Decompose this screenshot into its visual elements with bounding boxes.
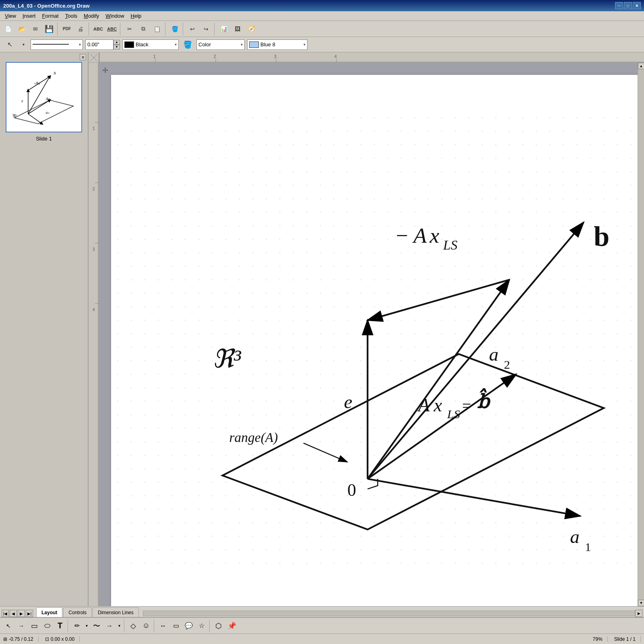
print-button[interactable]: 🖨 (74, 23, 87, 35)
menu-view[interactable]: View (2, 12, 19, 20)
select-tool-button[interactable]: ↖ (2, 620, 14, 632)
color-mode-select[interactable]: Color ▾ (196, 39, 245, 50)
tab-dimension-lines[interactable]: Dimension Lines (93, 607, 139, 617)
ellipse-tool-button[interactable]: ⬭ (41, 620, 53, 632)
toolbar-sep-1 (57, 23, 59, 35)
tab-last-button[interactable]: ▶| (26, 610, 33, 617)
tab-next-button[interactable]: ▶ (18, 610, 25, 617)
copy-button[interactable]: ⧉ (137, 23, 150, 35)
points-button[interactable]: ⬡ (213, 620, 225, 632)
paint-bucket-button[interactable]: 🪣 (168, 23, 181, 35)
curve-tool-button[interactable]: 〜 (91, 620, 103, 632)
arrow-mode-dropdown[interactable]: ▾ (19, 38, 28, 51)
color2-swatch (249, 41, 259, 48)
paste-button[interactable]: 📋 (151, 23, 163, 35)
diamond-tool-button[interactable]: ◇ (127, 620, 139, 632)
color2-label: Blue 8 (260, 41, 275, 47)
pdf-export-button[interactable]: PDF (60, 23, 73, 35)
email-button[interactable]: ✉ (29, 23, 42, 35)
gallery-button[interactable]: 🖼 (231, 23, 244, 35)
line-width-spinner[interactable]: ▲ ▼ (114, 40, 120, 50)
menu-modify[interactable]: Modify (80, 12, 102, 20)
slide-thumbnail[interactable]: -Ax b Ax e a₁ ℜ³ (6, 62, 82, 132)
ruler-area: 1 2 3 4 (89, 52, 644, 606)
menu-format[interactable]: Format (39, 12, 62, 20)
redo-button[interactable]: ↪ (200, 23, 213, 35)
line-color-label: Black (136, 41, 149, 47)
color2-select[interactable]: Blue 8 ▾ (247, 39, 308, 50)
svg-rect-1 (6, 63, 81, 132)
svg-text:x: x (433, 394, 442, 415)
arrow-tool-button[interactable]: → (15, 620, 27, 632)
maximize-button[interactable]: □ (624, 2, 632, 9)
tab-navigation: |◀ ◀ ▶ ▶| (2, 610, 33, 617)
svg-text:2: 2 (504, 358, 510, 372)
star-button[interactable]: ☆ (196, 620, 208, 632)
open-doc-button[interactable]: 📂 (15, 23, 28, 35)
menu-help[interactable]: Help (128, 12, 145, 20)
spin-down[interactable]: ▼ (114, 45, 120, 50)
ruler-corner (89, 52, 99, 63)
cut-button[interactable]: ✂ (123, 23, 136, 35)
scroll-track-v[interactable] (638, 69, 644, 600)
chart-button[interactable]: 📊 (217, 23, 230, 35)
menu-window[interactable]: Window (102, 12, 127, 20)
undo-button[interactable]: ↩ (186, 23, 199, 35)
arrow-cursor-button[interactable]: ↖ (3, 38, 16, 51)
svg-text:a: a (489, 344, 498, 365)
position-status: ⊞ -0.75 / 0.12 (3, 636, 39, 642)
minimize-button[interactable]: ─ (615, 2, 623, 9)
navigator-button[interactable]: 🧭 (245, 23, 258, 35)
save-doc-button[interactable]: 💾 (43, 23, 56, 35)
tab-controls[interactable]: Controls (63, 607, 92, 617)
right-scrollbar[interactable]: ▲ ▼ (638, 63, 644, 606)
main-toolbar: 📄 📂 ✉ 💾 PDF 🖨 ABC ABC ✂ ⧉ 📋 🪣 ↩ ↪ 📊 🖼 🧭 (0, 21, 644, 37)
horizontal-scrollbar[interactable] (143, 611, 635, 616)
scroll-down-button[interactable]: ▼ (638, 600, 644, 606)
horizontal-ruler: 1 2 3 4 (99, 52, 644, 63)
rectangle-tool-button[interactable]: ▭ (28, 620, 40, 632)
vertical-ruler: 1 2 3 4 (89, 63, 99, 606)
app-title: 200a_L4_03 - OpenOffice.org Draw (3, 3, 90, 9)
content-wrapper: ✕ -Ax b Ax (0, 52, 644, 644)
line-color-select[interactable]: Black ▾ (122, 39, 179, 50)
svg-text:e: e (344, 391, 353, 412)
tab-first-button[interactable]: |◀ (2, 610, 9, 617)
pencil-dropdown[interactable]: ▾ (84, 620, 90, 632)
tab-prev-button[interactable]: ◀ (10, 610, 17, 617)
svg-text:b̂: b̂ (477, 388, 491, 412)
new-doc-button[interactable]: 📄 (2, 23, 14, 35)
spin-up[interactable]: ▲ (114, 40, 120, 45)
svg-text:-Ax: -Ax (34, 80, 40, 85)
smiley-tool-button[interactable]: ☺ (140, 620, 152, 632)
spellcheck2-button[interactable]: ABC (105, 23, 118, 35)
menu-tools[interactable]: Tools (62, 12, 80, 20)
double-arrow-button[interactable]: ↔ (157, 620, 169, 632)
tab-layout[interactable]: Layout (36, 607, 62, 617)
slide-canvas[interactable]: ℜ³ − A x LS b range(A) (111, 75, 638, 606)
svg-text:4: 4 (93, 308, 95, 312)
callout-button[interactable]: 💬 (183, 620, 195, 632)
text-tool-button[interactable]: T (54, 620, 66, 632)
scroll-up-button[interactable]: ▲ (638, 63, 644, 69)
pencil-tool-button[interactable]: ✏ (71, 620, 83, 632)
menu-insert[interactable]: Insert (19, 12, 39, 20)
scroll-right-button[interactable]: ▶ (635, 610, 642, 617)
svg-text:1: 1 (153, 54, 156, 59)
line-arrow-dropdown[interactable]: ▾ (116, 620, 122, 632)
canvas-area[interactable]: ℜ³ − A x LS b range(A) (99, 63, 638, 606)
close-button[interactable]: ✕ (633, 2, 641, 9)
spellcheck-button[interactable]: ABC (92, 23, 105, 35)
fill-icon[interactable]: 🪣 (181, 38, 194, 51)
draw-sep-1 (68, 619, 69, 632)
svg-text:3: 3 (274, 54, 277, 59)
line-style-select[interactable]: ▾ (31, 39, 83, 50)
toolbar-sep-5 (183, 23, 184, 35)
h-scroll-area: ▶ (143, 610, 642, 617)
line-width-input[interactable]: 0.00" (85, 39, 114, 50)
tab-bar: |◀ ◀ ▶ ▶| Layout Controls Dimension Line… (0, 606, 644, 617)
flowchart-button[interactable]: ▭ (170, 620, 182, 632)
panel-close-button[interactable]: ✕ (80, 54, 86, 60)
glue-button[interactable]: 📌 (225, 620, 238, 632)
line-arrow-button[interactable]: → (103, 620, 116, 632)
